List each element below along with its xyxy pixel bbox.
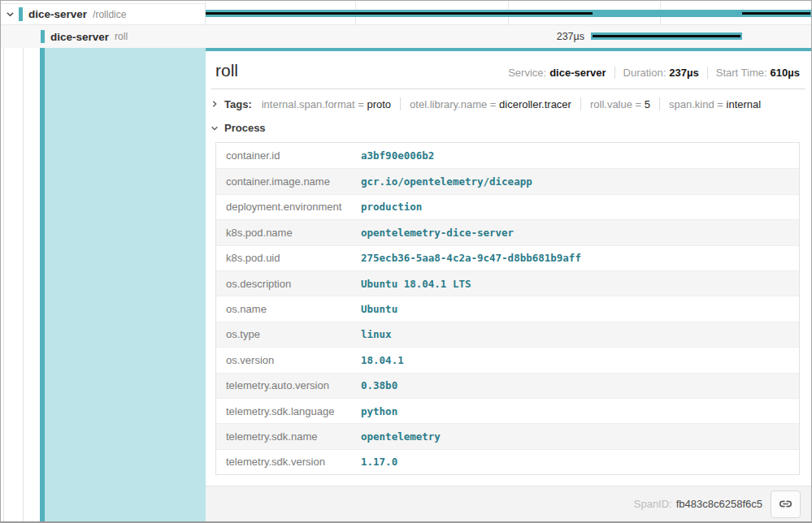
process-value: 275ecb36-5aa8-4c2a-9c47-d8bb681b9aff — [361, 252, 581, 264]
process-key: container.id — [216, 149, 361, 162]
tag-key: roll.value — [590, 98, 632, 110]
process-table-row: os.description Ubuntu 18.04.1 LTS — [216, 270, 799, 296]
span-detail-row: roll Service: dice-server Duration: 237µ… — [1, 48, 811, 521]
header-divider — [211, 89, 805, 89]
service-name: dice-server — [28, 8, 87, 20]
deep-link-button[interactable] — [771, 491, 801, 518]
span-detail-header: roll Service: dice-server Duration: 237µ… — [206, 51, 811, 79]
meta-value: dice-server — [549, 67, 606, 78]
process-label: Process — [224, 122, 266, 134]
tags-label: Tags: — [224, 98, 252, 110]
process-table-row: deployment.environment production — [216, 194, 799, 219]
tag-summary-item: roll.value = 5 — [590, 98, 650, 110]
span-detail-footer: SpanID: fb483c8c6258f6c5 — [206, 486, 811, 521]
tag-value: 5 — [645, 98, 650, 110]
span-header-meta: Service: dice-server Duration: 237µs Sta… — [508, 67, 800, 79]
span-color-block — [41, 30, 45, 43]
meta-label: Start Time: — [716, 67, 767, 78]
service-name: dice-server — [50, 31, 109, 43]
span-row-roll[interactable]: dice-server roll 237µs — [1, 25, 811, 48]
process-key: k8s.pod.name — [216, 227, 361, 239]
span-operation-title: roll — [215, 62, 238, 79]
process-key: k8s.pod.uid — [216, 252, 361, 264]
process-key: os.description — [216, 278, 361, 290]
operation-name: roll — [115, 31, 128, 42]
tag-key: internal.span.format — [262, 98, 355, 110]
vertical-divider — [400, 97, 401, 110]
indent-guide — [3, 48, 4, 521]
vertical-divider — [614, 67, 615, 79]
span-duration-label: 237µs — [489, 31, 584, 42]
process-accordion-header[interactable]: Process — [211, 122, 811, 134]
tag-value: proto — [367, 98, 391, 110]
tag-key: otel.library.name — [410, 98, 487, 110]
process-value: 1.17.0 — [361, 456, 397, 468]
child-span-marker — [206, 12, 593, 15]
tag-summary-item: otel.library.name = diceroller.tracer — [410, 98, 571, 110]
meta-item: Service: dice-server — [508, 67, 606, 78]
process-table-row: telemetry.auto.version 0.38b0 — [216, 373, 799, 398]
vertical-divider — [580, 97, 581, 110]
process-key: os.version — [216, 354, 361, 366]
process-table-row: telemetry.sdk.name opentelemetry — [216, 423, 799, 448]
span-row-roll-name: dice-server roll — [1, 25, 206, 48]
chevron-down-icon[interactable] — [6, 10, 15, 19]
tags-accordion-header[interactable]: Tags: internal.span.format = proto otel.… — [211, 97, 811, 110]
span-bar-rolldice[interactable] — [206, 10, 811, 17]
jaeger-trace-window: dice-server /rolldice dice-server roll 2… — [0, 0, 812, 523]
process-table-row: telemetry.sdk.version 1.17.0 — [216, 449, 799, 474]
vertical-divider — [659, 97, 660, 110]
process-table-row: container.id a3bf90e006b2 — [216, 143, 799, 168]
child-span-marker — [742, 12, 810, 15]
process-table-row: k8s.pod.uid 275ecb36-5aa8-4c2a-9c47-d8bb… — [216, 245, 799, 270]
process-table-row: k8s.pod.name opentelemetry-dice-server — [216, 219, 799, 244]
tag-summary-item: span.kind = internal — [669, 98, 761, 110]
tag-summary: internal.span.format = proto otel.librar… — [262, 97, 761, 110]
span-row-rolldice[interactable]: dice-server /rolldice — [1, 4, 206, 24]
process-key: telemetry.auto.version — [216, 379, 361, 391]
tag-equals: = — [355, 98, 367, 110]
operation-name: /rolldice — [93, 9, 126, 20]
chevron-right-icon — [211, 100, 219, 108]
process-value: Ubuntu — [361, 303, 397, 315]
process-value: production — [361, 201, 422, 213]
span-bar-roll[interactable] — [591, 32, 742, 40]
process-key: container.image.name — [216, 175, 361, 188]
process-table: container.id a3bf90e006b2 container.imag… — [215, 142, 800, 475]
indent-guide — [23, 48, 24, 521]
span-bar-core — [593, 35, 740, 37]
process-value: Ubuntu 18.04.1 LTS — [361, 278, 471, 290]
process-key: os.type — [216, 328, 361, 340]
selected-span-highlight — [45, 48, 206, 521]
process-key: os.name — [216, 303, 361, 315]
meta-value: 237µs — [669, 67, 698, 78]
tag-value: diceroller.tracer — [499, 98, 571, 110]
process-value: gcr.io/opentelemetry/diceapp — [361, 175, 532, 188]
meta-value: 610µs — [771, 67, 800, 78]
process-key: telemetry.sdk.language — [216, 405, 361, 417]
process-key: telemetry.sdk.name — [216, 430, 361, 443]
process-table-row: telemetry.sdk.language python — [216, 398, 799, 423]
tag-equals: = — [632, 98, 645, 110]
meta-item: Duration: 237µs — [623, 67, 699, 78]
meta-label: Duration: — [623, 67, 667, 78]
link-icon — [778, 496, 793, 512]
process-key: deployment.environment — [216, 201, 361, 213]
process-value: opentelemetry-dice-server — [361, 227, 514, 239]
process-table-row: os.type linux — [216, 322, 799, 347]
process-value: a3bf90e006b2 — [361, 149, 434, 162]
process-table-row: os.name Ubuntu — [216, 296, 799, 321]
process-table-row: os.version 18.04.1 — [216, 347, 799, 372]
process-value: 18.04.1 — [361, 354, 404, 366]
spanid-label: SpanID: — [634, 498, 672, 510]
process-key: telemetry.sdk.version — [216, 456, 361, 468]
spanid-value: fb483c8c6258f6c5 — [676, 498, 762, 510]
tag-equals: = — [714, 98, 727, 110]
chevron-down-icon — [211, 124, 219, 132]
process-value: linux — [361, 328, 392, 340]
vertical-divider — [707, 67, 708, 79]
tag-equals: = — [487, 98, 499, 110]
meta-item: Start Time: 610µs — [716, 67, 800, 78]
span-detail-panel: roll Service: dice-server Duration: 237µ… — [206, 48, 811, 521]
process-value: opentelemetry — [361, 430, 441, 443]
